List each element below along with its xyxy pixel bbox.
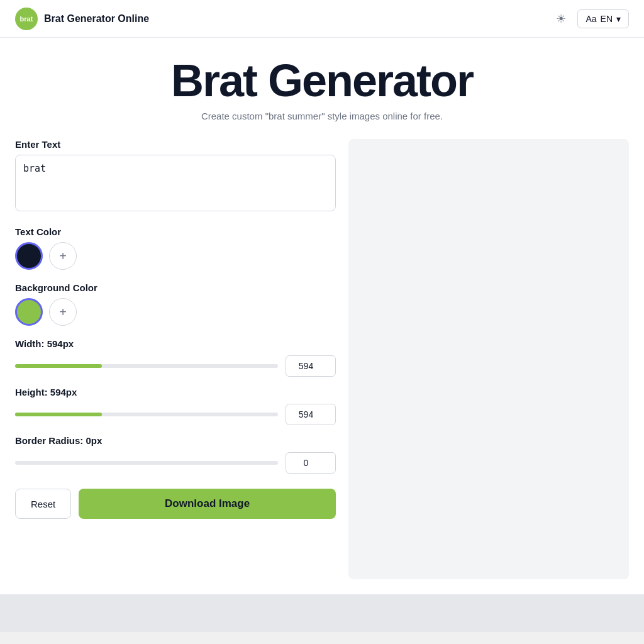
border-radius-label: Border Radius: 0px (15, 435, 336, 446)
text-color-section: Text Color + (15, 226, 336, 270)
language-selector-button[interactable]: Aa EN ▾ (577, 9, 629, 28)
width-section: Width: 594px (15, 338, 336, 377)
site-title: Brat Generator Online (44, 13, 149, 25)
height-slider-row (15, 404, 336, 425)
text-label: Enter Text (15, 139, 336, 150)
text-input[interactable] (15, 155, 336, 211)
border-slider-wrapper (15, 461, 278, 465)
text-color-black-swatch[interactable] (15, 242, 43, 270)
height-label: Height: 594px (15, 387, 336, 397)
download-button[interactable]: Download Image (79, 489, 336, 519)
width-number-input[interactable] (286, 355, 336, 377)
footer (0, 594, 644, 632)
height-slider-wrapper (15, 413, 278, 416)
width-slider-wrapper (15, 364, 278, 368)
content-row: Enter Text Text Color + Background Color… (15, 139, 629, 579)
text-color-swatches: + (15, 242, 336, 270)
reset-button[interactable]: Reset (15, 489, 71, 519)
border-radius-section: Border Radius: 0px (15, 435, 336, 474)
bg-color-section: Background Color + (15, 282, 336, 326)
page-subtitle: Create custom "brat summer" style images… (15, 111, 629, 121)
page-title: Brat Generator (15, 58, 629, 103)
height-section: Height: 594px (15, 387, 336, 425)
width-label: Width: 594px (15, 338, 336, 349)
border-slider-row (15, 452, 336, 474)
lang-label: EN (601, 14, 613, 24)
main-content: Brat Generator Create custom "brat summe… (0, 38, 644, 594)
preview-panel (348, 139, 629, 579)
theme-toggle-button[interactable]: ☀ (552, 8, 570, 30)
action-row: Reset Download Image (15, 489, 336, 519)
lang-icon: Aa (586, 14, 596, 24)
add-text-color-button[interactable]: + (49, 242, 77, 270)
border-radius-number-input[interactable] (286, 452, 336, 474)
bg-color-label: Background Color (15, 282, 336, 293)
bg-color-swatches: + (15, 298, 336, 326)
bg-color-green-swatch[interactable] (15, 298, 43, 326)
left-panel: Enter Text Text Color + Background Color… (15, 139, 336, 519)
header-left: brat Brat Generator Online (15, 8, 149, 30)
text-color-label: Text Color (15, 226, 336, 237)
header-right: ☀ Aa EN ▾ (552, 8, 629, 30)
logo-badge: brat (15, 8, 38, 30)
add-bg-color-button[interactable]: + (49, 298, 77, 326)
header: brat Brat Generator Online ☀ Aa EN ▾ (0, 0, 644, 38)
chevron-down-icon: ▾ (616, 14, 621, 24)
width-slider-row (15, 355, 336, 377)
height-number-input[interactable] (286, 404, 336, 425)
